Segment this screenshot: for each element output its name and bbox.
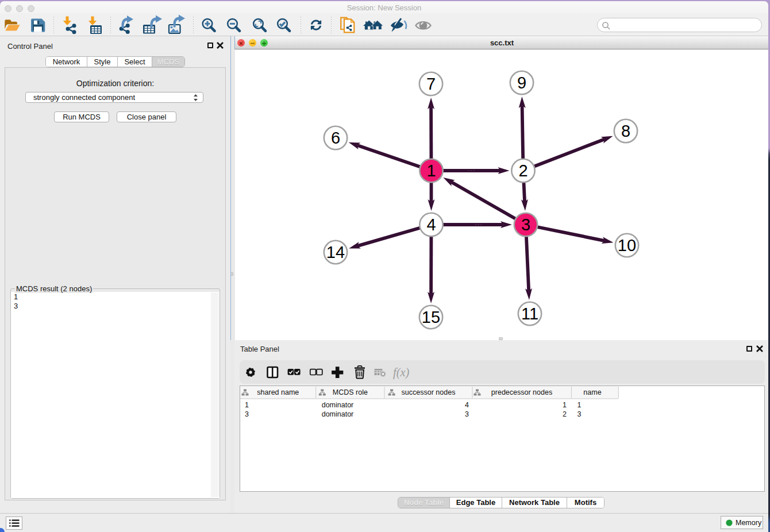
svg-text:15: 15 [422, 308, 440, 326]
svg-text:1: 1 [426, 161, 436, 180]
svg-text:dominator: dominator [322, 410, 354, 418]
svg-text:8: 8 [621, 122, 630, 140]
svg-text:name: name [583, 388, 601, 396]
svg-text:dominator: dominator [322, 401, 354, 409]
svg-text:4: 4 [426, 215, 436, 234]
svg-text:1: 1 [245, 401, 249, 409]
svg-text:1: 1 [578, 401, 582, 409]
svg-text:2: 2 [563, 410, 567, 418]
svg-text:10: 10 [618, 236, 636, 255]
svg-text:predecessor nodes: predecessor nodes [491, 388, 552, 396]
svg-text:3: 3 [578, 410, 582, 418]
svg-text:f(x): f(x) [393, 366, 410, 379]
svg-text:7: 7 [426, 75, 436, 93]
svg-text:9: 9 [517, 74, 526, 92]
svg-text:6: 6 [331, 129, 340, 147]
svg-text:successor nodes: successor nodes [402, 388, 456, 396]
svg-text:3: 3 [465, 410, 469, 418]
svg-text:3: 3 [521, 215, 530, 234]
svg-text:14: 14 [326, 243, 345, 261]
svg-text:4: 4 [465, 401, 469, 409]
svg-text:1: 1 [563, 401, 567, 409]
svg-text:shared name: shared name [257, 388, 299, 396]
svg-text:11: 11 [521, 304, 538, 323]
svg-text:MCDS role: MCDS role [333, 388, 368, 396]
svg-text:2: 2 [518, 161, 528, 180]
svg-text:3: 3 [245, 410, 249, 418]
